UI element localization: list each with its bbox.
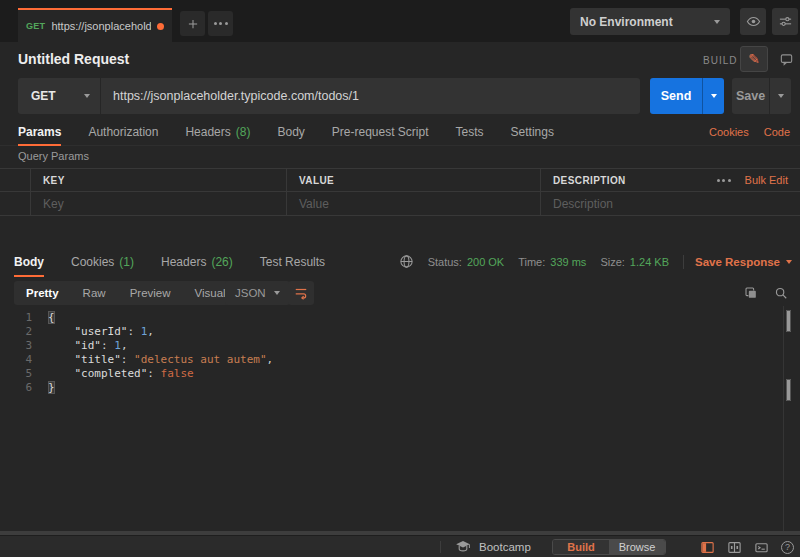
graduation-cap-icon [455,540,471,554]
tab-title: https://jsonplaceholder.typicod... [51,20,151,32]
key-input[interactable]: Key [43,197,64,211]
row-handle-cell [0,169,30,191]
scrollbar-thumb[interactable] [786,379,791,401]
line-number: 6 [0,381,32,395]
tab-label: Body [277,125,304,139]
eye-icon [746,14,761,29]
plus-icon [187,18,199,30]
build-mode-label: BUILD [703,55,737,66]
query-params-empty-row: Key Value Description [0,192,800,216]
request-tab-open[interactable]: GET https://jsonplaceholder.typicod... [18,8,172,42]
tab-method-badge: GET [26,21,45,31]
line-number: 1 [0,311,32,325]
description-input[interactable]: Description [553,197,613,211]
toggle-sidebar-button[interactable] [700,540,715,555]
query-params-header-row: KEY VALUE DESCRIPTION Bulk Edit [0,168,800,192]
wrap-lines-button[interactable] [288,281,314,305]
tab-count: (26) [211,255,232,269]
help-button[interactable]: ? [781,541,794,554]
browse-toggle[interactable]: Browse [609,540,665,554]
code-line: 5 "completed": false [0,367,800,381]
code-link[interactable]: Code [764,126,790,138]
chevron-down-icon [786,260,792,264]
send-button[interactable]: Send [650,78,702,114]
tab-label: Headers [185,125,230,139]
response-tabs: BodyCookies(1)Headers(26)Test Results [14,246,325,277]
console-button[interactable] [754,540,769,555]
copy-response-button[interactable] [744,286,758,300]
tab-strip: GET https://jsonplaceholder.typicod... N… [0,0,800,42]
environment-selector[interactable]: No Environment [570,8,730,35]
request-tab-settings[interactable]: Settings [511,118,554,146]
build-toggle[interactable]: Build [553,540,609,554]
tab-options-button[interactable] [208,11,233,36]
time-value: 339 ms [550,256,586,268]
environment-settings-button[interactable] [772,8,798,35]
language-selector[interactable]: JSON [225,281,290,305]
response-tab-test-results[interactable]: Test Results [260,246,325,277]
request-tab-params[interactable]: Params [18,118,61,146]
line-number: 5 [0,367,32,381]
environment-quick-look-button[interactable] [740,8,766,35]
two-pane-view-button[interactable] [727,540,742,555]
send-options-button[interactable] [702,78,724,114]
chevron-down-icon [778,94,784,98]
save-response-button[interactable]: Save Response [695,256,792,268]
bootcamp-button[interactable]: Bootcamp [455,536,531,557]
request-tab-authorization[interactable]: Authorization [88,118,158,146]
view-tab-raw[interactable]: Raw [71,281,118,305]
code-line: 2 "userId": 1, [0,325,800,339]
chevron-down-icon [714,20,720,24]
code-lines: 1{2 "userId": 1,3 "id": 1,4 "title": "de… [0,306,800,395]
build-browse-toggle: Build Browse [552,539,666,555]
view-tab-pretty[interactable]: Pretty [14,281,71,305]
code-line: 1{ [0,311,800,325]
tab-label: Tests [456,125,484,139]
params-more-options-icon[interactable] [717,179,731,182]
edit-request-button[interactable]: ✎ [740,46,768,72]
column-header-value: VALUE [299,175,334,186]
line-number: 4 [0,353,32,367]
request-tab-tests[interactable]: Tests [456,118,484,146]
url-value: https://jsonplaceholder.typicode.com/tod… [113,89,359,103]
request-header: Untitled Request BUILD ✎ [0,42,800,76]
url-input[interactable]: https://jsonplaceholder.typicode.com/tod… [101,78,640,114]
save-options-button[interactable] [770,78,791,114]
request-tab-headers[interactable]: Headers(8) [185,118,250,146]
new-tab-button[interactable] [180,11,205,36]
request-tab-pre-request-script[interactable]: Pre-request Script [332,118,429,146]
method-selector[interactable]: GET [18,78,100,114]
tab-label: Pretty [26,287,59,299]
environment-name: No Environment [580,15,714,29]
status-label: Status: [428,256,462,268]
request-tabs: ParamsAuthorizationHeaders(8)BodyPre-req… [18,118,554,146]
line-number: 3 [0,339,32,353]
tab-label: Cookies [71,255,114,269]
chevron-down-icon [84,94,90,98]
request-title[interactable]: Untitled Request [18,51,129,67]
send-label: Send [661,89,692,103]
view-tab-preview[interactable]: Preview [118,281,183,305]
value-input[interactable]: Value [299,197,329,211]
response-tab-cookies[interactable]: Cookies(1) [71,246,134,277]
tab-label: Authorization [88,125,158,139]
response-tab-body[interactable]: Body [14,246,44,277]
cookies-link[interactable]: Cookies [709,126,749,138]
code-line: 3 "id": 1, [0,339,800,353]
save-response-label: Save Response [695,256,780,268]
column-header-key: KEY [43,175,65,186]
comments-button[interactable] [774,46,798,72]
size-value: 1.24 KB [630,256,669,268]
scrollbar-thumb[interactable] [786,310,791,332]
save-button[interactable]: Save [732,78,769,114]
bootcamp-label: Bootcamp [479,541,531,553]
code-line: 4 "title": "delectus aut autem", [0,353,800,367]
request-tab-body[interactable]: Body [277,118,304,146]
search-response-button[interactable] [774,286,788,300]
response-tab-headers[interactable]: Headers(26) [161,246,233,277]
tab-count: (1) [119,255,134,269]
editor-scroll-track [783,306,784,531]
tab-label: Raw [83,287,106,299]
bulk-edit-link[interactable]: Bulk Edit [745,174,788,186]
line-number: 2 [0,325,32,339]
